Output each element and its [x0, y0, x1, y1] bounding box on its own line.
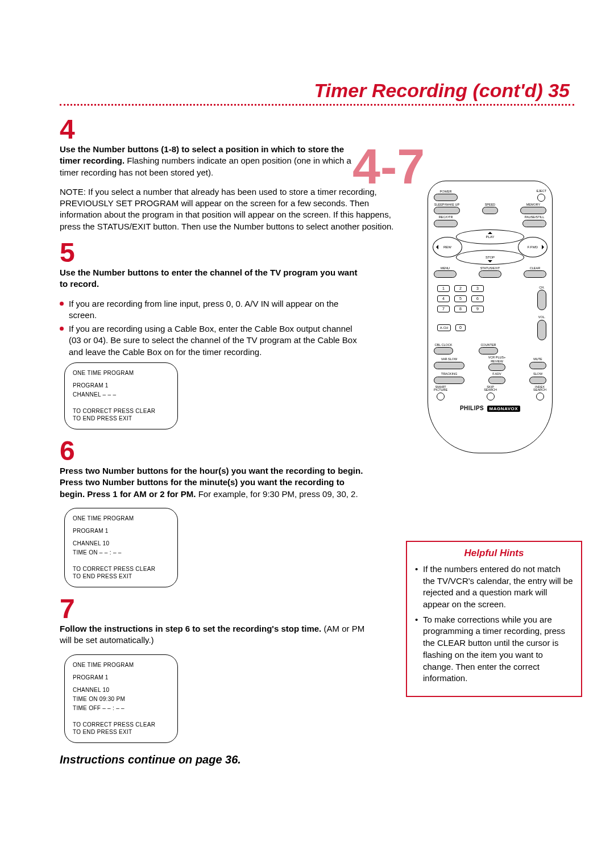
osd3-title: ONE TIME PROGRAM [73, 661, 169, 670]
osd-box-3: ONE TIME PROGRAM PROGRAM 1 CHANNEL 10 TI… [64, 654, 178, 743]
num-4: 4 [437, 295, 450, 302]
osd1-footer1: TO CORRECT PRESS CLEAR [73, 407, 169, 415]
step5-bullet-2: If you are recording using a Cable Box, … [60, 323, 367, 358]
osd3-timeon: TIME ON 09:30 PM [73, 695, 169, 704]
lbl-skip: SKIP SEARCH [484, 386, 497, 392]
step5-number: 5 [60, 240, 367, 265]
ach-button: A.CH [437, 324, 451, 331]
osd1-channel: CHANNEL – – – [73, 390, 169, 399]
counter-button [479, 347, 498, 354]
lbl-review: REVIEW [491, 360, 503, 364]
vol-rocker [537, 320, 546, 340]
osd-box-1: ONE TIME PROGRAM PROGRAM 1 CHANNEL – – –… [64, 362, 178, 429]
play-button: PLAY [456, 229, 524, 244]
step4-note: NOTE: If you select a number that alread… [60, 186, 401, 232]
step7-bold: Follow the instructions in step 6 to set… [60, 624, 321, 633]
fadv-button [488, 377, 505, 384]
sleep-button [434, 207, 460, 214]
osd3-program: PROGRAM 1 [73, 673, 169, 682]
osd3-footer1: TO CORRECT PRESS CLEAR [73, 721, 169, 728]
lbl-power: POWER [440, 190, 452, 194]
power-button [434, 194, 458, 201]
ffwd-label: F.FWD [528, 245, 538, 249]
lbl-ch: CH. [539, 286, 544, 290]
rew-label: REW [443, 245, 451, 249]
osd2-timeon: TIME ON – – : – – [73, 548, 169, 557]
helpful-hints-box: Helpful Hints If the numbers entered do … [406, 541, 582, 697]
varslow-button [434, 362, 464, 369]
step4-text: Use the Number buttons (1-8) to select a… [60, 144, 367, 178]
lbl-mute: MUTE [533, 358, 542, 361]
step5-bullet-1: If you are recording from line input, pr… [60, 298, 367, 322]
speed-button [482, 207, 498, 214]
num-7: 7 [437, 306, 450, 312]
step4-number: 4 [60, 117, 367, 141]
osd1-title: ONE TIME PROGRAM [73, 369, 169, 378]
ffwd-button: F.FWD [518, 237, 547, 257]
step7-number: 7 [60, 596, 367, 621]
lbl-vcrplus: VCR PLUS+ [488, 356, 506, 360]
eject-button [537, 194, 545, 202]
num-2: 2 [454, 285, 467, 292]
lbl-status: STATUS/EXIT [480, 267, 500, 270]
osd2-channel: CHANNEL 10 [73, 539, 169, 548]
num-6: 6 [471, 295, 484, 302]
pause-button [522, 220, 546, 227]
lbl-speed: SPEED [485, 203, 496, 207]
stop-button: STOP [456, 250, 524, 265]
osd3-footer2: TO END PRESS EXIT [73, 728, 169, 736]
lbl-menu: MENU [441, 267, 450, 270]
lbl-counter: COUNTER [480, 344, 496, 347]
review-button [488, 364, 505, 371]
osd1-program: PROGRAM 1 [73, 381, 169, 390]
hints-title: Helpful Hints [415, 548, 573, 559]
num-3: 3 [471, 285, 484, 292]
lbl-varslow: VAR.SLOW [441, 358, 458, 361]
lbl-smart: SMART PICTURE [434, 386, 447, 392]
lbl-clear: CLEAR [530, 267, 540, 270]
lbl-vol: VOL. [538, 316, 546, 319]
osd-box-2: ONE TIME PROGRAM PROGRAM 1 CHANNEL 10 TI… [64, 508, 178, 587]
osd2-footer1: TO CORRECT PRESS CLEAR [73, 565, 169, 573]
num-9: 9 [471, 306, 484, 312]
cblclock-button [434, 347, 453, 354]
slow-button [529, 377, 546, 384]
step-range-highlight: 4-7 [352, 137, 425, 195]
lbl-fadv: F.ADV [492, 373, 501, 376]
page-title: Timer Recording (cont'd) 35 [60, 80, 574, 102]
osd1-footer2: TO END PRESS EXIT [73, 415, 169, 422]
dotted-rule [60, 104, 574, 106]
lbl-recotr: REC/OTR [439, 216, 453, 219]
lbl-tracking: TRACKING [441, 373, 457, 376]
step5-bold: Use the Number buttons to enter the chan… [60, 267, 367, 290]
osd3-timeoff: TIME OFF – – : – – [73, 704, 169, 713]
lbl-index: INDEX SEARCH [533, 386, 546, 392]
number-pad: 1 2 3 4 5 6 7 8 9 [437, 285, 491, 312]
hint-2: To make corrections while you are progra… [415, 614, 573, 685]
memory-button [520, 207, 546, 214]
menu-button [434, 270, 457, 278]
lbl-sleep: SLEEP/WAKE UP [434, 203, 459, 207]
lbl-eject: EJECT [537, 190, 546, 193]
continue-text: Instructions continue on page 36. [60, 753, 367, 766]
brand-row: PHILIPS MAGNAVOX [434, 405, 546, 411]
step6-text: Press two Number buttons for the hour(s)… [60, 465, 367, 500]
stop-label: STOP [486, 256, 495, 259]
clear-button [524, 270, 546, 278]
mute-button [529, 362, 546, 369]
status-button [479, 270, 501, 278]
hint-1: If the numbers entered do not match the … [415, 564, 573, 611]
osd2-title: ONE TIME PROGRAM [73, 514, 169, 523]
remote-illustration: POWER EJECT SLEEP/WAKE UP SPEED MEMORY R… [428, 181, 553, 453]
rec-button [434, 220, 458, 227]
play-label: PLAY [486, 235, 495, 239]
brand-magnavox: MAGNAVOX [487, 406, 521, 412]
tracking-button [434, 377, 464, 384]
osd2-footer2: TO END PRESS EXIT [73, 573, 169, 580]
step5-bold-inner: Use the Number buttons to enter the chan… [60, 268, 357, 289]
osd2-program: PROGRAM 1 [73, 527, 169, 536]
num-1: 1 [437, 285, 450, 292]
lbl-memory: MEMORY [526, 203, 541, 207]
step6-rest: For example, for 9:30 PM, press 09, 30, … [196, 489, 358, 499]
index-button [536, 393, 544, 400]
